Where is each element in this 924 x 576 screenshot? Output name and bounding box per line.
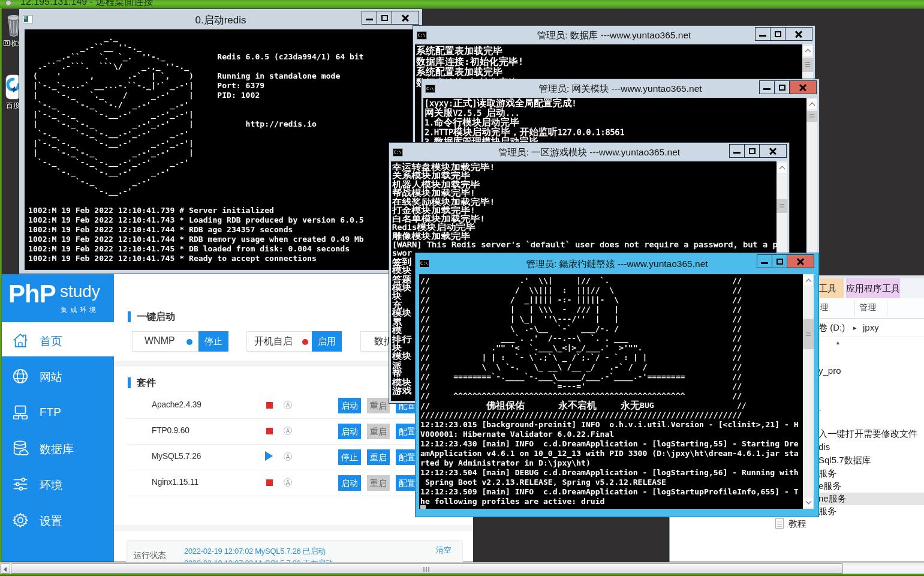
window-titlebar[interactable]: C:\ 管理员: 网关模块 ---www.yuntao365.net [422,79,819,98]
maximize-icon [775,31,781,37]
console-line: `-._ `-.__.-' _.-' [28,167,419,177]
autostart-icon[interactable]: A [284,401,292,409]
rdp-host-title: 12.195.131.149 - 远程桌面连接 [20,0,153,8]
scroll-thumb[interactable] [802,58,813,72]
close-button[interactable] [392,11,419,25]
console-line: 1002:M 19 Feb 2022 12:10:41.745 * DB loa… [28,244,419,254]
console-line: 幸运转盘模块加载完毕! [392,163,776,172]
breadcrumb-folder[interactable]: jpxy [863,322,879,332]
sliders-icon [11,475,29,493]
vertical-scrollbar[interactable] [803,274,814,509]
scroll-down-button[interactable] [803,497,814,508]
console-line: `-._ `-._ `-./ _.-' _.-' [28,100,419,110]
console-line: _.-`` `. `_. ''-._ Redis 6.0.5 (c23da994… [28,52,419,62]
ribbon-tab-manage-2[interactable]: 管理 [859,302,876,313]
minimize-button[interactable] [755,27,770,41]
scroll-up-button[interactable] [776,162,787,173]
console-line: 数据库连接:初始化完毕! [416,56,802,67]
gear-icon [11,511,29,529]
autostart-icon[interactable]: A [284,478,292,487]
window-titlebar[interactable]: C:\ 管理员: 鍚庡彴鏈嶅姟 ---www.yuntao365.net [416,253,818,273]
wnmp-stop-button[interactable]: 停止 [198,331,228,352]
sidebar-item-website[interactable]: 网站 [2,358,114,394]
restart-button[interactable]: 重启 [367,424,390,439]
close-button[interactable] [787,254,814,268]
section-separator [114,525,473,531]
console-line: |`-._`-._ `-.__.-' _.-'_.-'| [28,110,419,119]
vertical-scrollbar[interactable] [806,98,817,272]
clear-log-link[interactable]: 清空 [436,545,452,556]
minimize-icon [763,88,770,90]
maximize-button[interactable] [744,144,760,158]
wnmp-group: WNMP 停止 [132,331,228,352]
desktop-bottom-edge [0,574,924,576]
sidebar-item-ftp[interactable]: FTP [2,394,114,430]
scroll-up-button[interactable] [806,98,817,110]
console-line: |`-._`-._ `-.__.-' _.-'_.-'| [28,139,419,148]
console-line: `-._ _.-' [28,177,419,187]
stop-button[interactable]: 停止 [338,449,361,465]
console-line: // \ .-\__ `-` ___/-. / // [420,324,803,334]
scroll-thumb[interactable] [803,319,814,349]
horizontal-scrollbar[interactable] [0,562,924,574]
scroll-left-button[interactable] [0,563,10,574]
scroll-thumb[interactable] [776,199,787,213]
close-button[interactable] [759,144,787,158]
window-titlebar[interactable]: C:\ 管理员: 数据库 ---www.yuntao365.net [413,26,815,44]
minimize-button[interactable] [362,11,377,25]
tab-application-tools[interactable]: 应用程序工具 [846,278,900,298]
phpstudy-logo: PhP study 集成环境 [2,274,114,322]
console-line: 1002:M 19 Feb 2022 12:10:41.739 # Server… [28,206,419,215]
scroll-thumb[interactable] [806,111,817,122]
console-output[interactable]: _._ _.-``__ ''-._ _.-`` `. `_. ''-._ Red… [25,29,419,270]
console-line: // ========`-.____`-.___\_____/___.-`___… [420,372,803,382]
sidebar-item-home[interactable]: 首页 [2,322,114,356]
autostart-enable-button[interactable]: 启用 [312,331,342,352]
close-button[interactable] [785,27,812,41]
console-line: 1.命令行模块启动完毕 [425,118,806,128]
start-button[interactable]: 启动 [338,475,361,491]
restart-button[interactable]: 重启 [367,449,390,465]
console-line: Spring Boot v2.2.13.RELEASE, Spring v5.2… [420,478,799,487]
console-output[interactable]: // .' \\| |// `. //// / \\||| : |||// \ … [419,274,803,509]
service-console-window: C:\ 管理员: 鍚庡彴鏈嶅姟 ---www.yuntao365.net // … [415,253,819,517]
console-line: 1002:M 19 Feb 2022 12:10:41.744 * RDB me… [28,235,419,244]
maximize-button[interactable] [774,80,790,94]
scroll-thumb[interactable] [11,563,843,574]
maximize-button[interactable] [770,27,785,41]
sidebar-item-database[interactable]: 数据库 [2,430,114,466]
console-line: | `-._`-._ _.-'_.-' | [28,148,419,158]
file-item-tutorial[interactable]: 教程 [760,518,924,530]
console-line: // | | \\\ - /// | | // [420,305,803,314]
maximize-button[interactable] [377,11,392,25]
restart-button[interactable]: 重启 [367,475,390,491]
minimize-button[interactable] [757,254,772,268]
start-button[interactable]: 启动 [338,398,361,413]
close-button[interactable] [789,80,817,94]
breadcrumb-arrow-icon: ▸ [853,324,857,332]
logo-sub: study [60,282,100,301]
autostart-icon[interactable]: A [284,427,292,435]
autostart-icon[interactable]: A [284,452,292,461]
console-line: // \ \ `-. \_ __\ /__ _/ .-` / / // [420,362,803,372]
scroll-up-button[interactable] [802,45,813,56]
minimize-button[interactable] [729,144,745,158]
console-line: 白名单模块加载完毕! [392,215,776,223]
console-line: _._ [28,33,419,43]
logo-tagline: 集成环境 [61,305,99,314]
sidebar-item-settings[interactable]: 设置 [2,502,114,538]
minimize-button[interactable] [759,80,775,94]
maximize-icon [749,148,756,154]
rdp-connection-bar[interactable]: 12.195.131.149 - 远程桌面连接 [0,0,924,8]
window-titlebar[interactable]: 0.启动redis [19,9,422,29]
scroll-up-button[interactable] [803,275,814,286]
start-button[interactable]: 启动 [338,424,361,439]
maximize-button[interactable] [772,254,787,268]
ribbon-collapse-arrow[interactable]: ▲ [835,340,841,346]
minimize-icon [366,19,373,20]
minimize-icon [733,152,741,154]
restart-button[interactable]: 重启 [367,398,390,413]
window-titlebar[interactable]: C:\ 管理员: 一区游戏模块 ---www.yuntao365.net [389,143,789,161]
sidebar-item-environment[interactable]: 环境 [2,466,114,502]
console-line: // ^^^^^^^^^^^^^^^^^^^^^^^^^^^^^^^^^^^^^… [420,391,803,401]
